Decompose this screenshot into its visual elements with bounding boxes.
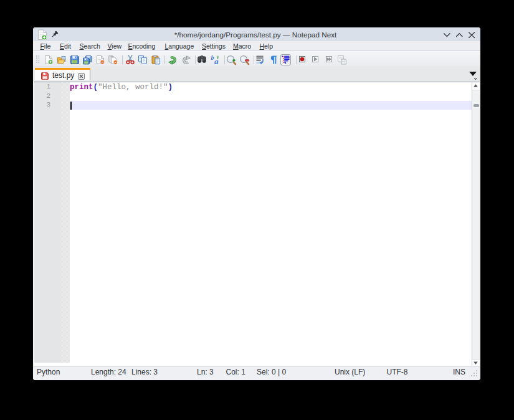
- svg-text:b: b: [211, 54, 214, 61]
